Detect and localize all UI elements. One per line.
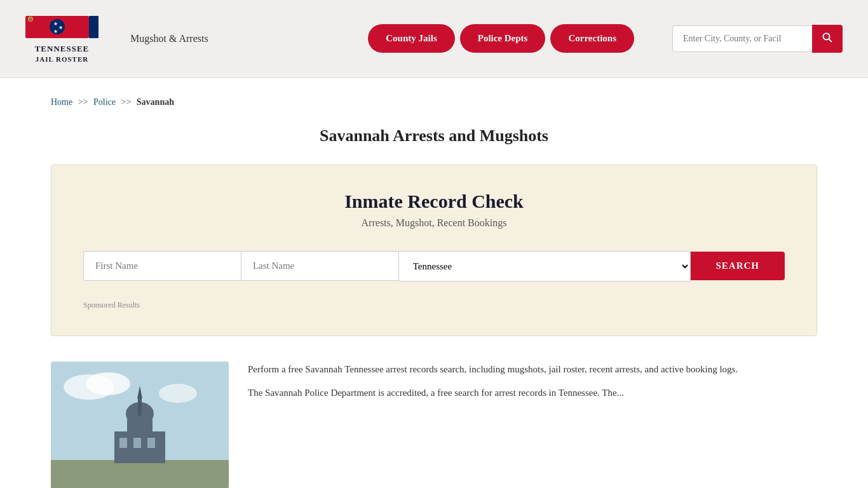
svg-line-9 (829, 39, 832, 42)
body-paragraph-1: Perform a free Savannah Tennessee arrest… (248, 362, 738, 378)
page-title: Savannah Arrests and Mugshots (51, 126, 817, 146)
svg-rect-14 (51, 460, 229, 488)
first-name-input[interactable] (83, 251, 241, 281)
svg-rect-20 (119, 438, 127, 448)
site-header: ★ ★ ★ ⚙ TENNESSEE JAIL ROSTER Mugshot & … (0, 0, 868, 78)
svg-point-13 (159, 384, 197, 403)
header-search-input[interactable] (672, 25, 812, 52)
breadcrumb: Home >> Police >> Savannah (51, 97, 817, 107)
breadcrumb-police[interactable]: Police (93, 97, 116, 107)
svg-text:★: ★ (53, 29, 58, 34)
police-depts-button[interactable]: Police Depts (460, 24, 546, 53)
mugshot-link[interactable]: Mugshot & Arrests (130, 33, 208, 44)
main-content: Home >> Police >> Savannah Savannah Arre… (0, 78, 868, 488)
last-name-input[interactable] (241, 251, 398, 281)
record-search-button[interactable]: SEARCH (691, 252, 785, 280)
breadcrumb-sep2: >> (121, 97, 132, 107)
record-check-subtitle: Arrests, Mugshot, Recent Bookings (83, 217, 785, 229)
svg-rect-21 (133, 438, 141, 448)
sponsored-label: Sponsored Results (83, 301, 785, 310)
inmate-search-form: Tennessee Alabama Alaska Arizona Arkansa… (83, 251, 785, 281)
breadcrumb-current: Savannah (137, 97, 174, 107)
state-select[interactable]: Tennessee Alabama Alaska Arizona Arkansa… (398, 251, 691, 281)
corrections-button[interactable]: Corrections (550, 24, 634, 53)
site-logo[interactable]: ★ ★ ★ ⚙ TENNESSEE JAIL ROSTER (25, 13, 98, 65)
main-nav: County Jails Police Depts Corrections (368, 24, 634, 53)
search-icon (822, 32, 832, 43)
county-jails-button[interactable]: County Jails (368, 24, 454, 53)
svg-point-12 (86, 372, 130, 395)
svg-text:★: ★ (58, 25, 63, 30)
svg-rect-5 (89, 16, 98, 38)
breadcrumb-sep1: >> (78, 97, 88, 107)
breadcrumb-home[interactable]: Home (51, 97, 72, 107)
record-check-title: Inmate Record Check (83, 191, 785, 212)
header-search (672, 25, 843, 53)
record-check-section: Inmate Record Check Arrests, Mugshot, Re… (51, 165, 817, 336)
svg-text:★: ★ (53, 21, 58, 27)
svg-point-8 (824, 33, 830, 39)
body-paragraph-2: The Savannah Police Department is accred… (248, 385, 738, 402)
logo-text: TENNESSEE JAIL ROSTER (35, 43, 90, 65)
header-search-button[interactable] (812, 25, 843, 53)
building-svg (51, 362, 229, 488)
svg-text:⚙: ⚙ (29, 17, 32, 22)
svg-rect-22 (147, 438, 155, 448)
building-image (51, 362, 229, 488)
bottom-section: Perform a free Savannah Tennessee arrest… (51, 362, 817, 488)
logo-flag: ★ ★ ★ ⚙ (25, 13, 98, 41)
bottom-text-area: Perform a free Savannah Tennessee arrest… (248, 362, 738, 488)
svg-rect-18 (138, 396, 142, 416)
